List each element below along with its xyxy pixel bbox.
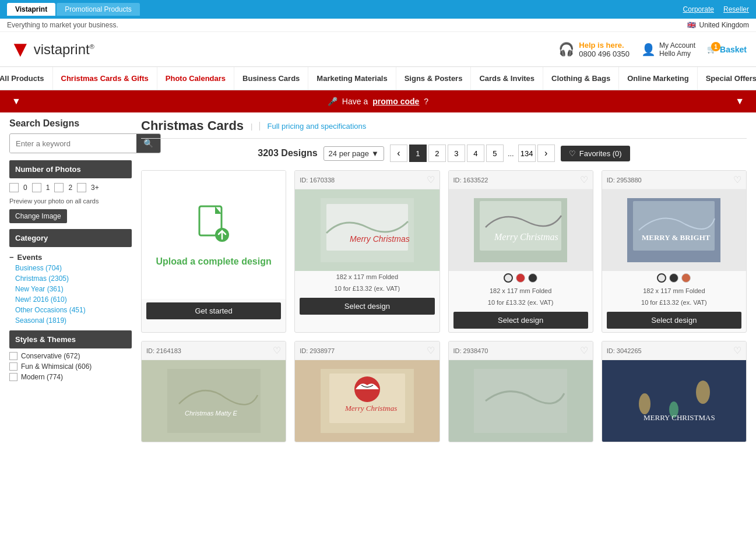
corporate-link[interactable]: Corporate	[683, 5, 714, 13]
color-option-white[interactable]	[504, 273, 513, 283]
svg-text:Merry Christmas: Merry Christmas	[494, 232, 558, 242]
style-checkbox-modern[interactable]	[9, 373, 17, 381]
nav-cards-invites[interactable]: Cards & Invites	[471, 67, 543, 90]
header-right: 🎧 Help is here. 0800 496 0350 👤 My Accou…	[558, 41, 747, 58]
color-option-black-2953880[interactable]	[669, 273, 678, 283]
minus-icon: −	[9, 253, 14, 262]
nav-christmas-cards[interactable]: Christmas Cards & Gifts	[53, 67, 157, 90]
page-3-button[interactable]: 3	[448, 145, 465, 162]
color-option-white-2953880[interactable]	[657, 273, 666, 283]
nav-business-cards[interactable]: Business Cards	[234, 67, 308, 90]
tagline-text: Everything to market your business.	[7, 21, 118, 29]
page-1-button[interactable]: 1	[409, 145, 427, 162]
color-option-black[interactable]	[528, 273, 537, 283]
favorite-button-3042265[interactable]: ♡	[733, 345, 741, 356]
nav-signs[interactable]: Signs & Posters	[396, 67, 472, 90]
logo[interactable]: ▼ vistaprint®	[9, 37, 94, 62]
style-checkbox-conservative[interactable]	[9, 352, 17, 360]
region-indicator: 🇬🇧 United Kingdom	[687, 21, 749, 29]
tagline-bar: Everything to market your business. 🇬🇧 U…	[0, 19, 756, 32]
favorites-label: Favorites (0)	[579, 149, 622, 158]
page-4-button[interactable]: 4	[467, 145, 484, 162]
nav-online-marketing[interactable]: Online Marketing	[619, 67, 697, 90]
page-2-button[interactable]: 2	[428, 145, 446, 162]
cat-new-year[interactable]: New Year (361)	[15, 285, 132, 293]
tab-promotional[interactable]: Promotional Products	[57, 3, 140, 16]
favorite-button-1670338[interactable]: ♡	[427, 174, 435, 185]
cat-business[interactable]: Business (704)	[15, 264, 132, 272]
nav-clothing[interactable]: Clothing & Bags	[543, 67, 619, 90]
help-title: Help is here.	[579, 41, 630, 50]
search-input[interactable]	[10, 135, 136, 153]
cat-other[interactable]: Other Occasions (451)	[15, 306, 132, 314]
favorite-button-2938470[interactable]: ♡	[580, 345, 588, 356]
select-design-button-1670338[interactable]: Select design	[300, 298, 434, 315]
card-colors-2953880	[602, 271, 746, 285]
card-image-2938977: Merry Christmas	[295, 360, 439, 442]
card-image-2938470	[449, 360, 593, 442]
card-id-label-2938977: ID: 2938977	[300, 347, 335, 354]
card-id-label-2938470: ID: 2938470	[453, 347, 488, 354]
select-design-button-1633522[interactable]: Select design	[453, 312, 588, 329]
change-image-button[interactable]: Change Image	[9, 209, 67, 223]
favorite-button-1633522[interactable]: ♡	[580, 174, 588, 185]
photo-check-3[interactable]	[77, 183, 86, 192]
color-option-red[interactable]	[516, 273, 525, 283]
styles-title: Styles & Themes	[9, 330, 132, 348]
category-title: Category	[9, 229, 132, 247]
next-page-button[interactable]: ›	[537, 145, 555, 162]
card-price-2953880: 10 for £13.32 (ex. VAT)	[602, 297, 746, 308]
card-price-1633522: 10 for £13.32 (ex. VAT)	[449, 297, 593, 308]
account-name: Hello Amy	[659, 50, 695, 58]
photo-count-row: 0 1 2 3+	[9, 183, 132, 192]
card-price-1670338: 10 for £13.32 (ex. VAT)	[295, 283, 439, 294]
prev-page-button[interactable]: ‹	[390, 145, 407, 162]
page-5-button[interactable]: 5	[486, 145, 504, 162]
favorite-button-2953880[interactable]: ♡	[733, 174, 741, 185]
card-id-3042265: ID: 3042265 ♡	[602, 341, 746, 360]
promo-bar[interactable]: ▼ 🎤 Have a promo code ? ▼	[0, 90, 756, 112]
favorites-button[interactable]: ♡ Favorites (0)	[561, 146, 630, 161]
color-option-orange-2953880[interactable]	[681, 273, 691, 283]
full-pricing-link[interactable]: Full pricing and specifications	[259, 122, 366, 131]
cat-new-2016[interactable]: New! 2016 (610)	[15, 295, 132, 304]
promo-code-link[interactable]: promo code	[372, 97, 419, 106]
select-design-button-2953880[interactable]: Select design	[607, 312, 741, 329]
photo-check-2[interactable]	[54, 183, 64, 192]
tab-vistaprint[interactable]: Vistaprint	[7, 3, 55, 16]
promo-suffix: ?	[424, 97, 428, 106]
card-image-2164183: Christmas Matty E	[142, 360, 286, 442]
cat-seasonal[interactable]: Seasonal (1819)	[15, 316, 132, 325]
per-page-select[interactable]: 24 per page ▼	[324, 146, 384, 161]
style-checkbox-whimsical[interactable]	[9, 362, 17, 371]
product-card-2938470: ID: 2938470 ♡	[448, 341, 593, 442]
events-header[interactable]: − Events	[9, 251, 132, 264]
style-label-conservative: Conservative (672)	[21, 352, 80, 360]
style-whimsical: Fun & Whimsical (606)	[9, 362, 132, 371]
svg-text:Merry Christmas: Merry Christmas	[350, 234, 410, 244]
header: ▼ vistaprint® 🎧 Help is here. 0800 496 0…	[0, 32, 756, 67]
account-section[interactable]: 👤 My Account Hello Amy	[641, 41, 695, 58]
styles-section: Styles & Themes Conservative (672) Fun &…	[9, 330, 132, 381]
nav-marketing[interactable]: Marketing Materials	[308, 67, 396, 90]
page-134-button[interactable]: 134	[518, 145, 536, 162]
basket-section[interactable]: 🛒 1 Basket	[707, 45, 747, 54]
photo-check-1[interactable]	[32, 183, 41, 192]
get-started-button[interactable]: Get started	[146, 302, 281, 319]
card-size-2953880: 182 x 117 mm Folded	[602, 285, 746, 297]
nav-photo-calendars[interactable]: Photo Calendars	[157, 67, 234, 90]
photo-check-0[interactable]	[9, 183, 19, 192]
reseller-link[interactable]: Reseller	[723, 5, 749, 13]
nav-all-products[interactable]: All Products	[0, 67, 53, 90]
account-label: My Account	[659, 41, 695, 50]
category-section: Category − Events Business (704) Christm…	[9, 229, 132, 325]
page-ellipsis: ...	[505, 149, 516, 158]
cat-christmas[interactable]: Christmas (2305)	[15, 274, 132, 283]
favorite-button-2164183[interactable]: ♡	[273, 345, 281, 356]
card-id-1670338: ID: 1670338 ♡	[295, 171, 439, 189]
favorite-button-2938977[interactable]: ♡	[427, 345, 435, 356]
card-image-1670338: Merry Christmas	[295, 189, 439, 271]
promo-bar-chevron-left: ▼	[12, 96, 21, 107]
style-modern: Modern (774)	[9, 373, 132, 381]
nav-special-offers[interactable]: Special Offers	[698, 67, 756, 90]
